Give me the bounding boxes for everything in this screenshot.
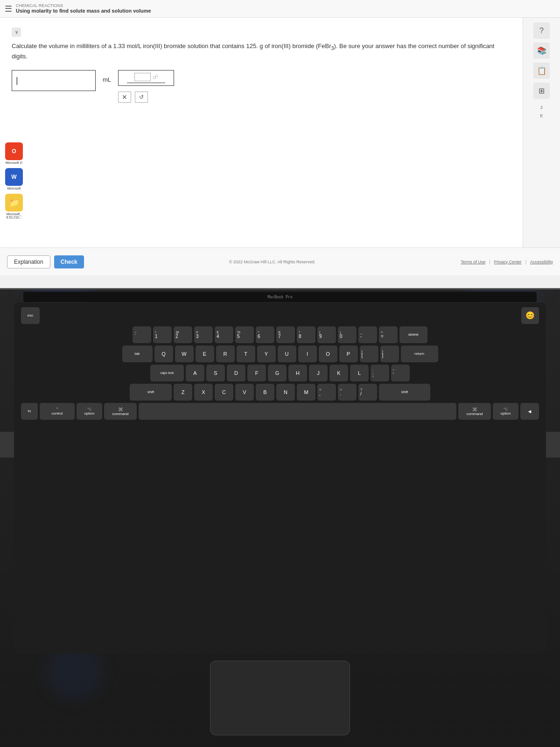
- sidebar-list-icon[interactable]: 📋: [533, 63, 550, 79]
- sidebar-grid-icon[interactable]: ⊞: [533, 83, 550, 99]
- key-q[interactable]: Q: [154, 345, 173, 362]
- fraction-input-area[interactable]: □□: [118, 70, 174, 86]
- app-category: CHEMICAL REACTIONS: [16, 3, 151, 8]
- key-t[interactable]: T: [237, 345, 255, 362]
- key-quote[interactable]: "': [391, 365, 410, 381]
- chevron-down-icon[interactable]: ∨: [12, 28, 21, 37]
- undo-button[interactable]: ↺: [135, 92, 148, 103]
- key-e[interactable]: E: [196, 345, 214, 362]
- microsoft-word-icon: W: [5, 168, 23, 186]
- bottom-links: Terms of Use | Privacy Center | Accessib…: [461, 260, 553, 264]
- key-delete[interactable]: delete: [399, 326, 427, 343]
- key-slash[interactable]: ?/: [358, 384, 377, 401]
- key-i[interactable]: I: [298, 345, 317, 362]
- key-l[interactable]: L: [350, 365, 369, 381]
- key-u[interactable]: U: [278, 345, 296, 362]
- top-bar: ☰ CHEMICAL REACTIONS Using molarity to f…: [0, 0, 560, 18]
- key-k[interactable]: K: [329, 365, 348, 381]
- key-h[interactable]: H: [288, 365, 307, 381]
- key-0[interactable]: )0: [338, 326, 357, 343]
- key-8[interactable]: *8: [297, 326, 315, 343]
- accessibility-link[interactable]: Accessibility: [530, 260, 553, 264]
- privacy-link[interactable]: Privacy Center: [494, 260, 522, 264]
- key-arrow-left[interactable]: ◄: [520, 403, 539, 420]
- key-d[interactable]: D: [227, 365, 245, 381]
- key-bracket-open[interactable]: {[: [360, 345, 378, 362]
- separator2: |: [525, 260, 526, 264]
- key-j[interactable]: J: [309, 365, 328, 381]
- fraction-divider: [127, 83, 165, 83]
- keyboard-row-3: caps lock A S D F G H J K L :; "': [21, 365, 539, 381]
- key-option-left[interactable]: ⌥ option: [77, 403, 102, 420]
- key-s[interactable]: S: [206, 365, 225, 381]
- key-fn[interactable]: fn: [21, 403, 38, 420]
- answer-input[interactable]: |: [12, 70, 96, 91]
- key-shift-left[interactable]: shift: [130, 384, 172, 401]
- keyboard-row-5: fn ^ control ⌥ option ⌘ comm: [21, 403, 539, 420]
- microsoft-folder-icon-item[interactable]: 📁 Microsoft_6.52.210...: [2, 194, 26, 219]
- fraction-panel: □□ ✕ ↺: [118, 70, 174, 103]
- key-spacebar[interactable]: [139, 403, 456, 420]
- key-1[interactable]: !1: [153, 326, 172, 343]
- key-z[interactable]: Z: [174, 384, 192, 401]
- key-period[interactable]: >.: [338, 384, 357, 401]
- trackpad[interactable]: [210, 661, 350, 735]
- key-emoji[interactable]: 😊: [521, 307, 539, 324]
- sidebar-book-icon[interactable]: 📚: [533, 42, 550, 59]
- check-button[interactable]: Check: [54, 255, 84, 268]
- key-g[interactable]: G: [268, 365, 287, 381]
- key-w[interactable]: W: [175, 345, 194, 362]
- key-7[interactable]: &7: [276, 326, 295, 343]
- microsoft-office-icon-item[interactable]: O Microsoft O: [2, 142, 26, 164]
- laptop-shell: ☰ CHEMICAL REACTIONS Using molarity to f…: [0, 0, 560, 747]
- key-b[interactable]: B: [256, 384, 274, 401]
- key-y[interactable]: Y: [257, 345, 276, 362]
- bottom-left-buttons: Explanation Check: [7, 255, 84, 268]
- key-c[interactable]: C: [215, 384, 233, 401]
- key-equals[interactable]: +=: [379, 326, 398, 343]
- key-x[interactable]: X: [194, 384, 213, 401]
- key-option-right[interactable]: ⌥ option: [493, 403, 518, 420]
- key-bracket-close[interactable]: }]: [380, 345, 399, 362]
- key-5[interactable]: %5: [235, 326, 254, 343]
- key-o[interactable]: O: [319, 345, 337, 362]
- key-m[interactable]: M: [297, 384, 315, 401]
- key-comma[interactable]: <,: [317, 384, 336, 401]
- key-3[interactable]: #3: [194, 326, 213, 343]
- terms-link[interactable]: Terms of Use: [461, 260, 485, 264]
- key-f[interactable]: F: [247, 365, 266, 381]
- microsoft-word-icon-item[interactable]: W Microsoft: [2, 168, 26, 190]
- keyboard-area: esc 😊 ~` !1 @2 #3 $4: [14, 303, 546, 654]
- clear-button[interactable]: ✕: [118, 92, 131, 103]
- fraction-numerator-input[interactable]: [134, 73, 151, 81]
- key-shift-right[interactable]: shift: [379, 384, 430, 401]
- browser-content: ☰ CHEMICAL REACTIONS Using molarity to f…: [0, 0, 560, 275]
- key-2[interactable]: @2: [174, 326, 192, 343]
- key-esc[interactable]: esc: [21, 307, 40, 324]
- superscript-icon: □□: [153, 74, 158, 80]
- key-v[interactable]: V: [235, 384, 254, 401]
- key-n[interactable]: N: [276, 384, 295, 401]
- key-minus[interactable]: _-: [358, 326, 377, 343]
- hamburger-icon[interactable]: ☰: [5, 4, 12, 14]
- key-command-left[interactable]: ⌘ command: [104, 403, 137, 420]
- key-command-right[interactable]: ⌘ command: [458, 403, 491, 420]
- key-tab[interactable]: tab: [122, 345, 153, 362]
- key-a[interactable]: A: [186, 365, 204, 381]
- key-r[interactable]: R: [216, 345, 235, 362]
- explanation-button[interactable]: Explanation: [7, 255, 50, 268]
- key-backtick[interactable]: ~`: [133, 326, 151, 343]
- key-9[interactable]: (9: [317, 326, 336, 343]
- key-6[interactable]: ^6: [256, 326, 274, 343]
- key-control[interactable]: ^ control: [40, 403, 75, 420]
- bottom-toolbar: Explanation Check © 2022 McGraw Hill LLC…: [0, 247, 560, 275]
- fraction-top: □□: [134, 73, 158, 81]
- app-title: Using molarity to find solute mass and s…: [16, 8, 151, 14]
- key-return[interactable]: return: [401, 345, 438, 362]
- sidebar-help-icon[interactable]: ?: [533, 22, 550, 39]
- key-p[interactable]: P: [339, 345, 358, 362]
- key-4[interactable]: $4: [215, 326, 233, 343]
- keyboard-row-2: tab Q W E R T Y U I O P {[ }] return: [21, 345, 539, 362]
- key-semicolon[interactable]: :;: [371, 365, 389, 381]
- key-caps-lock[interactable]: caps lock: [150, 365, 184, 381]
